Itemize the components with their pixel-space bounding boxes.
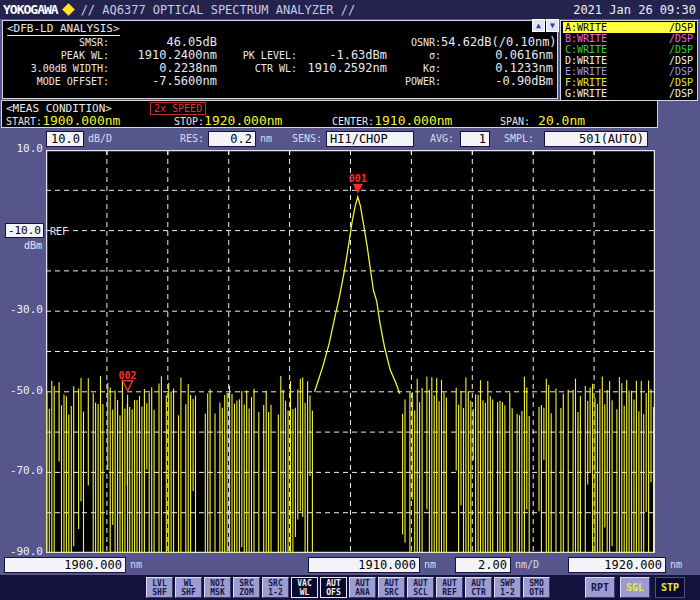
osnr-label: OSNR: (389, 37, 441, 48)
marker-002-label: 002 (119, 370, 137, 381)
y-tick-label: -50.0 (10, 384, 43, 397)
ksigma-label: Kσ: (389, 63, 441, 74)
softkey-line1: AUT (379, 579, 404, 588)
mode-offset-label: MODE OFFSET: (5, 76, 109, 87)
level-scale-field[interactable]: 10.0 (46, 131, 84, 147)
span-label: SPAN: (500, 116, 530, 127)
softkey-lvl-shf[interactable]: LVLSHF (146, 577, 173, 598)
title-bar: YOKOGAWA // AQ6377 OPTICAL SPECTRUM ANAL… (0, 0, 700, 19)
softkey-line2: SHF (176, 588, 201, 597)
brand-logo: YOKOGAWA (3, 2, 58, 17)
softkey-line2: CTR (466, 588, 491, 597)
trace-mode: /DSP (669, 33, 693, 44)
main-peak-trace (315, 197, 400, 394)
softkey-smo-oth[interactable]: SMOOTH (523, 577, 550, 598)
ctr-wl-label: CTR WL: (227, 63, 297, 74)
stop-value[interactable]: 1920.000nm (204, 113, 282, 128)
y-axis-unit: dBm (24, 240, 42, 251)
softkey-line2: SCL (408, 588, 433, 597)
softkey-line1: AUT (321, 579, 346, 588)
softkey-line1: SRC (263, 579, 288, 588)
center-value[interactable]: 1910.000nm (374, 113, 452, 128)
softkey-src-zom[interactable]: SRCZOM (233, 577, 260, 598)
run-key-stp[interactable]: STP (655, 577, 685, 598)
softkey-line2: MSK (205, 588, 230, 597)
softkey-line1: AUT (437, 579, 462, 588)
sens-field[interactable]: HI1/CHOP (326, 131, 414, 147)
width-3db-value: 0.2238nm (109, 61, 217, 75)
y-tick-label: -10.0 (5, 223, 44, 238)
peak-wl-label: PEAK WL: (5, 50, 109, 61)
softkey-wl-shf[interactable]: WLSHF (175, 577, 202, 598)
trace-name: A:WRITE (565, 22, 607, 33)
softkey-line2: WL (292, 588, 317, 597)
softkey-line1: LVL (147, 579, 172, 588)
scroll-up-icon[interactable]: ▲ (532, 19, 545, 32)
span-value[interactable]: 20.0nm (538, 113, 585, 128)
softkey-noi-msk[interactable]: NOIMSK (204, 577, 231, 598)
x-center-field[interactable]: 1910.000 (308, 557, 420, 573)
meas-condition-panel: <MEAS CONDITION> 2x SPEED START: 1900.00… (1, 100, 658, 128)
softkey-line2: ANA (350, 588, 375, 597)
softkey-aut-ref[interactable]: AUTREF (436, 577, 463, 598)
softkey-aut-ctr[interactable]: AUTCTR (465, 577, 492, 598)
app-title: // AQ6377 OPTICAL SPECTRUM ANALYZER // (81, 3, 356, 17)
center-label: CENTER: (332, 116, 374, 127)
softkey-aut-scl[interactable]: AUTSCL (407, 577, 434, 598)
trace-row-B[interactable]: B:WRITE/DSP (563, 33, 695, 44)
run-key-sgl[interactable]: SGL (620, 577, 650, 598)
dfb-ld-analysis-panel: <DFB-LD ANALYSIS> SMSR: 46.05dB PEAK WL:… (2, 20, 558, 99)
softkey-line1: NOI (205, 579, 230, 588)
avg-field[interactable]: 1 (460, 131, 490, 147)
pk-level-label: PK LEVEL: (227, 50, 297, 61)
trace-name: F:WRITE (565, 77, 607, 88)
x-per-div-unit: nm/D (515, 559, 539, 570)
softkey-swp-1-2[interactable]: SWP1-2 (494, 577, 521, 598)
diamond-icon (62, 3, 75, 16)
trace-mode: /DSP (669, 55, 693, 66)
width-3db-label: 3.00dB WIDTH: (5, 63, 109, 74)
res-label: RES: (180, 133, 204, 144)
softkey-aut-ofs[interactable]: AUTOFS (320, 577, 347, 598)
softkey-bar: LVLSHFWLSHFNOIMSKSRCZOMSRC1-2VACWLAUTOFS… (0, 575, 700, 600)
y-tick-label: -70.0 (10, 464, 43, 477)
x-per-div-field[interactable]: 2.00 (455, 557, 511, 573)
analysis-scroll-buttons: ▲ ▼ (531, 19, 559, 32)
level-scale-unit: dB/D (88, 133, 112, 144)
softkey-line2: 1-2 (263, 588, 288, 597)
sigma-label: σ: (389, 50, 441, 61)
x-stop-field[interactable]: 1920.000 (568, 557, 666, 573)
trace-row-C[interactable]: C:WRITE/DSP (563, 44, 695, 55)
smpl-field[interactable]: 501(AUTO) (544, 131, 648, 147)
x-stop-unit: nm (670, 559, 682, 570)
peak-wl-value: 1910.2400nm (109, 48, 217, 62)
ref-label: REF (50, 226, 68, 237)
softkey-src-1-2[interactable]: SRC1-2 (262, 577, 289, 598)
y-tick-label: 10.0 (17, 142, 44, 155)
softkey-aut-src[interactable]: AUTSRC (378, 577, 405, 598)
run-key-rpt[interactable]: RPT (585, 577, 615, 598)
trace-row-D[interactable]: D:WRITE/DSP (563, 55, 695, 66)
y-axis: 10.0-10.0dBm-30.0-50.0-70.0-90.0 (0, 150, 44, 553)
smpl-label: SMPL: (504, 133, 534, 144)
trace-row-G[interactable]: G:WRITE/DSP (563, 88, 695, 99)
softkey-vac-wl[interactable]: VACWL (291, 577, 318, 598)
sens-label: SENS: (292, 133, 322, 144)
pk-level-value: -1.63dBm (297, 48, 387, 62)
trace-row-E[interactable]: E:WRITE/DSP (563, 66, 695, 77)
start-value[interactable]: 1900.000nm (42, 113, 120, 128)
softkey-line1: SMO (524, 579, 549, 588)
x-center-unit: nm (424, 559, 436, 570)
marker-001-label: 001 (349, 173, 367, 184)
softkey-line2: REF (437, 588, 462, 597)
trace-row-A[interactable]: A:WRITE/DSP (563, 22, 695, 33)
softkey-line1: WL (176, 579, 201, 588)
softkey-line1: VAC (292, 579, 317, 588)
stop-label: STOP: (174, 116, 204, 127)
scroll-down-icon[interactable]: ▼ (546, 19, 559, 32)
softkey-line1: AUT (350, 579, 375, 588)
x-start-field[interactable]: 1900.000 (4, 557, 126, 573)
softkey-aut-ana[interactable]: AUTANA (349, 577, 376, 598)
trace-row-F[interactable]: F:WRITE/DSP (563, 77, 695, 88)
res-field[interactable]: 0.2 (208, 131, 256, 147)
